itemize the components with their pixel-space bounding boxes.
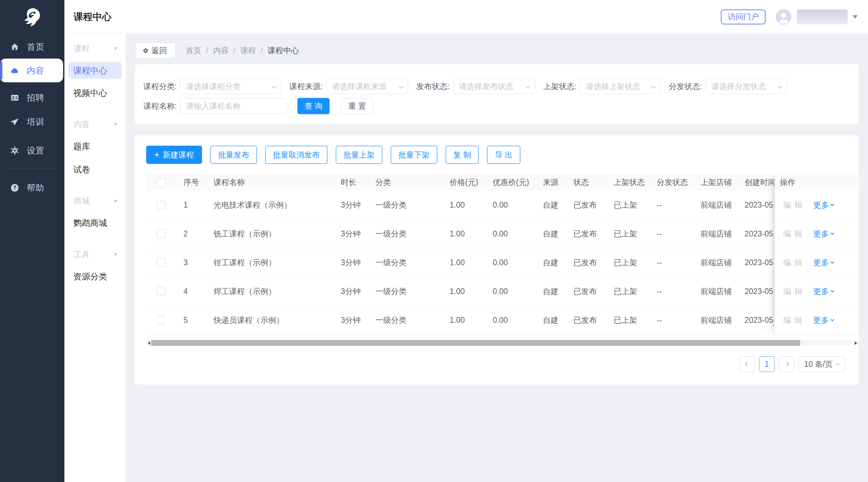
plus-icon: + [154,149,159,160]
batch-unpublish-button[interactable]: 批量取消发布 [265,146,328,164]
edit-link[interactable]: 编 辑 [783,286,803,297]
back-button[interactable]: 返回 [135,42,176,59]
more-link[interactable]: 更多 [813,200,834,210]
col-shelf-status: 上架状态 [610,177,653,188]
primary-sidebar: 首页 内容 招聘 培训 [0,0,64,482]
breadcrumb-courses[interactable]: 课程 [240,45,256,56]
col-name: 课程名称 [210,177,337,188]
collapse-caret-icon [114,200,118,205]
cloud-icon [10,66,19,75]
more-link[interactable]: 更多 [813,257,834,268]
row-checkbox[interactable] [157,229,165,238]
chevron-down-icon [831,202,834,206]
edit-link[interactable]: 编 辑 [783,257,803,268]
col-dispatch-status: 分发状态 [653,177,696,188]
sidebar-item-content[interactable]: 内容 [0,59,63,82]
pagination: 1 10 条/页 [146,356,845,372]
app-logo [0,0,64,36]
export-button[interactable]: 导 出 [487,146,520,164]
back-button-label: 返回 [152,45,167,56]
batch-on-shelf-button[interactable]: 批量上架 [336,146,382,164]
cell-store: 前端店铺 [696,200,742,210]
filter-label-course-name: 课程名称: [143,101,177,111]
gear-icon [10,146,19,155]
table-row: 3 钳工课程（示例） 3分钟 一级分类 1.00 0.00 自建 已发布 已上架… [146,248,827,277]
horizontal-scrollbar[interactable] [146,340,859,346]
cell-duration: 3分钟 [337,286,371,297]
edit-link[interactable]: 编 辑 [783,315,803,326]
select-all-checkbox[interactable] [157,178,165,187]
collapse-caret-icon [114,47,118,52]
row-checkbox[interactable] [157,258,165,267]
breadcrumb-home[interactable]: 首页 [186,45,201,56]
scroll-right-arrow-icon[interactable] [853,340,859,346]
subnav-item-resource-category[interactable]: 资源分类 [68,268,122,285]
user-name-blurred[interactable] [797,9,848,24]
scrollbar-thumb[interactable] [151,340,800,346]
subnav-group-mall[interactable]: 商城 [64,196,126,205]
user-menu-caret-icon[interactable] [852,15,858,21]
subnav-item-parrot-mall[interactable]: 鹦鹉商城 [68,215,122,231]
sidebar-item-label: 招聘 [27,92,44,103]
subnav-group-tools[interactable]: 工具 [64,250,126,259]
dispatch-status-select[interactable]: 请选择分发状态 [706,79,787,94]
subnav-item-course-center[interactable]: 课程中心 [68,62,122,79]
sidebar-item-label: 设置 [27,145,44,156]
col-discount: 优惠价(元) [489,177,539,188]
filter-label-dispatch-status: 分发状态: [669,81,702,92]
avatar[interactable] [776,9,791,25]
sidebar-item-training[interactable]: 培训 [0,111,64,132]
subnav-item-test-papers[interactable]: 试卷 [68,161,122,177]
reset-button[interactable]: 重 置 [341,98,373,114]
breadcrumb-current: 课程中心 [268,45,299,56]
prev-page-button[interactable] [739,356,755,372]
more-link[interactable]: 更多 [813,286,834,297]
subnav-item-question-bank[interactable]: 题库 [68,138,122,154]
edit-link[interactable]: 编 辑 [783,229,803,239]
more-label: 更多 [813,200,829,210]
batch-publish-button[interactable]: 批量发布 [210,146,257,164]
search-button[interactable]: 查 询 [297,98,330,114]
operation-cell: 编 辑 更多 [775,191,859,219]
select-placeholder: 请选择上架状态 [586,81,649,92]
col-operation: 操作 [775,174,859,191]
cell-price: 1.00 [446,201,489,210]
copy-button[interactable]: 复 制 [446,146,479,164]
new-course-button[interactable]: +新建课程 [146,146,202,164]
category-select[interactable]: 请选择课程分类 [180,79,281,94]
row-checkbox[interactable] [157,201,165,209]
subnav-group-label: 工具 [74,249,90,260]
shelf-status-select[interactable]: 请选择上架状态 [580,79,661,94]
subnav-group-content[interactable]: 内容 [64,120,126,129]
sidebar-item-settings[interactable]: 设置 [0,140,64,161]
sidebar-item-help[interactable]: ? 帮助 [0,177,64,198]
more-link[interactable]: 更多 [813,229,834,239]
operation-cell: 编 辑 更多 [775,248,859,277]
cell-dispatch-status: -- [653,229,696,238]
subnav-item-video-center[interactable]: 视频中心 [68,85,122,101]
row-checkbox[interactable] [157,316,165,324]
edit-link[interactable]: 编 辑 [783,200,803,210]
cell-course-name: 铣工课程（示例） [210,229,337,239]
sidebar-item-home[interactable]: 首页 [0,36,64,58]
source-select[interactable]: 请选择课程来源 [326,79,408,94]
publish-status-select[interactable]: 请选择发布状态 [453,79,535,94]
batch-off-shelf-button[interactable]: 批量下架 [391,146,437,164]
visit-portal-button[interactable]: 访问门户 [721,9,766,24]
sidebar-item-recruit[interactable]: 招聘 [0,87,64,108]
page-size-select[interactable]: 10 条/页 [798,356,845,372]
subnav-group-courses[interactable]: 课程 [64,44,126,53]
col-status: 状态 [569,177,610,188]
cell-discount: 0.00 [489,229,539,238]
next-page-button[interactable] [779,356,794,372]
page-number-button[interactable]: 1 [759,356,775,372]
course-name-input[interactable] [180,98,287,114]
send-icon [10,117,19,126]
cell-source: 自建 [539,229,569,239]
chevron-down-icon [831,289,834,292]
chevron-down-icon [835,361,840,366]
breadcrumb-content[interactable]: 内容 [213,45,229,56]
more-link[interactable]: 更多 [813,315,834,326]
more-label: 更多 [813,286,829,297]
row-checkbox[interactable] [157,287,165,296]
